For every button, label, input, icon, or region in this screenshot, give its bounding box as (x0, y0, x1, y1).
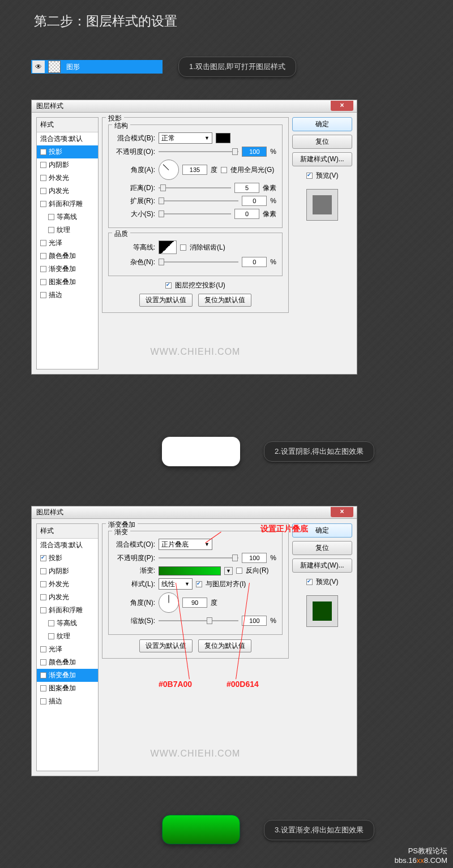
preview-checkbox[interactable] (306, 579, 313, 585)
checkbox-icon[interactable] (40, 555, 46, 561)
ok-button[interactable]: 确定 (292, 523, 352, 538)
knockout-checkbox[interactable] (165, 282, 172, 289)
layer-thumbnail[interactable] (48, 61, 61, 73)
style-patternoverlay[interactable]: 图案叠加 (37, 276, 98, 289)
reset-default-button[interactable]: 复位为默认值 (198, 639, 251, 652)
style-innershadow[interactable]: 内阴影 (37, 158, 98, 171)
antialias-checkbox[interactable] (180, 244, 186, 251)
angle-dial[interactable]: .dlg1 .angle-dial::after{transform:rotat… (159, 160, 179, 180)
size-slider[interactable] (159, 210, 231, 218)
blendmode-select[interactable]: 正片叠底▼ (159, 539, 212, 550)
scale-input[interactable]: 100 (242, 616, 267, 626)
opacity-input[interactable]: 100 (242, 147, 267, 157)
opacity-input[interactable]: 100 (242, 553, 267, 563)
style-gradoverlay[interactable]: 渐变叠加 (37, 669, 98, 682)
style-bevel[interactable]: 斜面和浮雕 (37, 197, 98, 210)
blendmode-select[interactable]: 正常▼ (159, 132, 212, 144)
checkbox-icon[interactable] (40, 698, 46, 704)
layer-row[interactable]: 👁 图形 (31, 60, 163, 74)
checkbox-icon[interactable] (40, 659, 46, 665)
global-light-checkbox[interactable] (221, 167, 227, 173)
checkbox-icon[interactable] (40, 607, 46, 613)
ok-button[interactable]: 确定 (292, 117, 352, 131)
checkbox-icon[interactable] (40, 175, 46, 181)
checkbox-icon[interactable] (40, 279, 46, 285)
style-gradoverlay[interactable]: 渐变叠加 (37, 263, 98, 276)
style-stroke[interactable]: 描边 (37, 289, 98, 302)
style-coloroverlay[interactable]: 颜色叠加 (37, 250, 98, 263)
cancel-button[interactable]: 复位 (292, 541, 352, 555)
reverse-checkbox[interactable] (236, 568, 242, 574)
opacity-slider[interactable] (159, 148, 238, 156)
blend-options[interactable]: 混合选项:默认 (37, 132, 98, 145)
close-icon[interactable]: × (331, 507, 353, 517)
new-style-button[interactable]: 新建样式(W)... (292, 558, 352, 573)
set-default-button[interactable]: 设置为默认值 (139, 639, 193, 652)
checkbox-icon[interactable] (40, 149, 46, 155)
checkbox-icon[interactable] (40, 568, 46, 574)
style-innerglow[interactable]: 内发光 (37, 591, 98, 604)
distance-input[interactable]: 5 (234, 183, 259, 193)
style-stroke[interactable]: 描边 (37, 695, 98, 708)
checkbox-icon[interactable] (40, 162, 46, 168)
checkbox-icon[interactable] (40, 646, 46, 652)
checkbox-icon[interactable] (40, 240, 46, 246)
checkbox-icon[interactable] (40, 672, 46, 678)
color-swatch[interactable] (216, 133, 230, 143)
style-dropshadow[interactable]: 投影 (37, 552, 98, 565)
style-outerglow[interactable]: 外发光 (37, 578, 98, 591)
style-coloroverlay[interactable]: 颜色叠加 (37, 656, 98, 669)
checkbox-icon[interactable] (40, 594, 46, 600)
style-satin[interactable]: 光泽 (37, 237, 98, 250)
style-bevel[interactable]: 斜面和浮雕 (37, 604, 98, 617)
scale-slider[interactable] (159, 617, 238, 625)
set-default-button[interactable]: 设置为默认值 (139, 294, 193, 307)
style-contour[interactable]: 等高线 (37, 617, 98, 630)
new-style-button[interactable]: 新建样式(W)... (292, 152, 352, 166)
gradient-label: 渐变: (114, 566, 155, 575)
checkbox-icon[interactable] (40, 253, 46, 259)
noise-slider[interactable] (159, 258, 238, 266)
spread-input[interactable]: 0 (242, 196, 267, 206)
checkbox-icon[interactable] (40, 266, 46, 272)
style-innershadow[interactable]: 内阴影 (37, 565, 98, 578)
gradient-picker[interactable] (159, 566, 221, 575)
checkbox-icon[interactable] (40, 201, 46, 207)
reset-default-button[interactable]: 复位为默认值 (198, 294, 251, 307)
opacity-slider[interactable] (159, 554, 238, 562)
visibility-icon[interactable]: 👁 (32, 61, 45, 73)
style-outerglow[interactable]: 外发光 (37, 171, 98, 184)
checkbox-icon[interactable] (40, 188, 46, 194)
contour-picker[interactable] (159, 240, 177, 254)
distance-slider[interactable] (159, 184, 231, 192)
spread-slider[interactable] (159, 197, 238, 205)
cancel-button[interactable]: 复位 (292, 135, 352, 149)
angle-input[interactable]: 135 (182, 165, 207, 175)
style-texture[interactable]: 纹理 (37, 224, 98, 237)
style-satin[interactable]: 光泽 (37, 643, 98, 656)
checkbox-icon[interactable] (48, 633, 54, 639)
checkbox-icon[interactable] (48, 227, 54, 233)
blend-options[interactable]: 混合选项:默认 (37, 539, 98, 552)
noise-input[interactable]: 0 (242, 257, 267, 267)
chevron-down-icon[interactable]: ▼ (224, 567, 233, 575)
checkbox-icon[interactable] (40, 685, 46, 691)
dialog-titlebar[interactable]: 图层样式 × (32, 100, 357, 113)
checkbox-icon[interactable] (40, 292, 46, 298)
gradient-style-select[interactable]: 线性▼ (159, 578, 193, 590)
close-icon[interactable]: × (331, 101, 353, 111)
size-input[interactable]: 0 (234, 209, 259, 219)
style-dropshadow[interactable]: 投影 (37, 145, 98, 158)
dialog-titlebar[interactable]: 图层样式 × (32, 506, 357, 519)
preview-checkbox[interactable] (306, 173, 313, 179)
align-checkbox[interactable] (196, 581, 202, 587)
style-patternoverlay[interactable]: 图案叠加 (37, 682, 98, 695)
checkbox-icon[interactable] (48, 620, 54, 626)
angle-input[interactable]: 90 (182, 598, 207, 608)
checkbox-icon[interactable] (48, 214, 54, 220)
style-innerglow[interactable]: 内发光 (37, 184, 98, 197)
checkbox-icon[interactable] (40, 581, 46, 587)
style-contour[interactable]: 等高线 (37, 210, 98, 224)
style-texture[interactable]: 纹理 (37, 630, 98, 643)
angle-dial[interactable]: .dlg2 .angle-dial::after{transform:rotat… (159, 592, 179, 613)
